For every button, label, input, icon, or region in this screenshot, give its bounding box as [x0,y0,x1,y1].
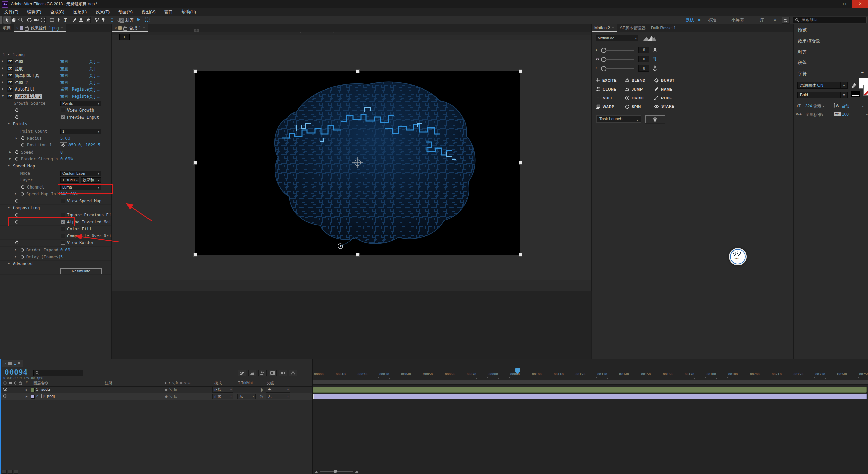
character-panel-header[interactable]: 字符 ≡ [794,68,868,79]
reset-link[interactable]: 重置 [60,94,68,100]
close-button[interactable]: ✕ [852,0,868,8]
reset-link[interactable]: 重置 [60,66,68,72]
roto-brush-tool[interactable] [93,16,100,24]
motion-button-jump[interactable]: JUMP [625,87,643,91]
kerning-value[interactable]: 度量标准▾ [805,112,823,118]
checkbox[interactable] [61,227,65,231]
tab-project[interactable]: 项目 [0,24,14,32]
layer-switches[interactable]: ◆ ＼ fx [165,394,177,399]
minimize-button[interactable]: ─ [821,0,836,8]
expander-icon[interactable]: ▸ [9,157,11,160]
checkbox[interactable] [61,108,65,112]
selection-handle[interactable] [193,161,197,165]
expander-icon[interactable]: ▸ [9,150,11,154]
menu-item-3[interactable]: 图层(L) [69,8,91,16]
checkbox[interactable] [61,199,65,203]
stopwatch-icon[interactable] [21,136,25,140]
layer-row-[1.png][interactable]: ▸2[1.png]◆ ＼ fx正常▾无▾◎无▾ [1,393,312,400]
stopwatch-icon[interactable] [21,143,25,147]
expander-icon[interactable]: ▸ [15,255,17,258]
property-value[interactable]: 859.0, 1029.5 [68,143,100,147]
property-value[interactable]: 8 [60,150,63,155]
selection-handle[interactable] [519,161,522,165]
selection-handle[interactable] [193,69,197,73]
playhead[interactable] [515,368,520,372]
timeline-zoom-widget[interactable] [315,470,359,473]
checkbox[interactable] [61,234,65,238]
layer-row-sudu[interactable]: ▸1sudu◆ ＼ fx正常▾◎无▾ [1,386,312,393]
about-link[interactable]: 关于... [89,80,100,86]
visibility-eye-icon[interactable] [3,388,7,391]
about-link[interactable]: 关于... [89,66,100,72]
menu-item-2[interactable]: 合成(C) [46,8,69,16]
motion-button-spin[interactable]: SPIN [625,104,641,109]
workspace-库[interactable]: 库 [760,17,764,23]
visibility-eye-icon[interactable] [3,394,7,398]
updown-icon[interactable] [653,56,657,62]
panel-section-2[interactable]: 对齐 [794,46,868,57]
viewer-pasteboard[interactable] [112,40,591,280]
snap-cursor-icon[interactable] [136,17,142,22]
layer-dropdown[interactable]: 1. sudu▾ [60,177,79,183]
expander-icon[interactable]: ▸ [2,80,4,84]
font-style-dropdown[interactable]: Bold [797,92,840,98]
expander-icon[interactable]: ▸ [15,248,17,251]
workspace-标准[interactable]: 标准 [708,17,716,23]
motion-button-name[interactable]: NAME [654,87,672,91]
blend-mode-dropdown[interactable]: 正常▾ [212,394,233,399]
stopwatch-icon[interactable] [20,255,24,259]
expander-icon[interactable]: ▸ [2,59,4,63]
menu-item-5[interactable]: 动画(A) [114,8,137,16]
time-ruler[interactable]: 0000000010000200003000040000500006000070… [1,372,868,380]
maximize-button[interactable]: □ [837,0,852,8]
slider-knob[interactable] [601,57,606,62]
expander-icon[interactable]: ▸ [16,136,17,140]
parent-pickwhip-icon[interactable]: ◎ [260,394,263,399]
motion-button-burst[interactable]: BURST [654,78,674,83]
selection-handle[interactable] [519,69,522,73]
eyedropper-icon[interactable] [851,83,857,89]
close-tab-icon[interactable]: × [16,26,18,30]
expand-layer-switches-icon[interactable] [2,470,7,474]
composition-frame[interactable] [195,71,520,255]
motion-button-rope[interactable]: ROPE [654,96,672,100]
comp-navigator[interactable]: 1 [119,34,130,40]
motion-button-clone[interactable]: CLONE [596,87,616,91]
slider-track[interactable] [602,50,634,51]
hand-tool[interactable] [10,16,18,24]
motion-button-blend[interactable]: BLEND [625,78,645,82]
expand-transfer-controls-icon[interactable] [8,470,13,474]
slider-value[interactable]: 0 [638,56,649,62]
property-dropdown[interactable]: Points▾ [60,101,101,106]
layer-bar-sudu[interactable] [313,387,867,393]
motion-preset-dropdown[interactable]: Motion v2▾ [596,35,638,41]
stopwatch-icon[interactable] [15,150,19,154]
panel-menu-icon[interactable]: ≡ [861,71,864,76]
snap-checkbox[interactable]: ✓ [119,18,124,23]
snap-bounds-icon[interactable] [144,17,150,22]
workspace-overflow[interactable]: » [774,17,776,22]
slider-track[interactable] [602,68,634,69]
close-tab-icon[interactable]: × [5,361,7,366]
panel-section-1[interactable]: 效果和预设 [794,35,868,46]
rocket-icon[interactable] [653,47,657,53]
rectangle-tool[interactable] [48,16,56,24]
slider-knob[interactable] [601,48,606,53]
selection-handle[interactable] [356,69,360,73]
expander-icon[interactable]: ▾ [8,122,10,125]
stopwatch-icon[interactable] [15,157,19,161]
layer-name[interactable]: [1.png] [41,394,56,398]
checkbox[interactable] [61,213,65,217]
layer-name[interactable]: sudu [41,387,50,391]
expander-icon[interactable]: ▸ [2,87,4,91]
rotation-tool[interactable] [26,16,33,24]
workspace-小屏幕[interactable]: 小屏幕 [731,17,744,23]
reset-link[interactable]: 重置 [60,59,68,65]
panel-section-3[interactable]: 段落 [794,57,868,68]
help-search-input[interactable]: 搜索帮助 [793,17,867,23]
layer-expander-icon[interactable]: ▸ [26,394,28,399]
stopwatch-icon[interactable] [20,192,24,196]
panel-menu-icon[interactable]: ≡ [143,26,145,31]
tab-duik[interactable]: Duik Bassel.1 [648,24,678,32]
effect-point-icon[interactable] [60,142,67,148]
